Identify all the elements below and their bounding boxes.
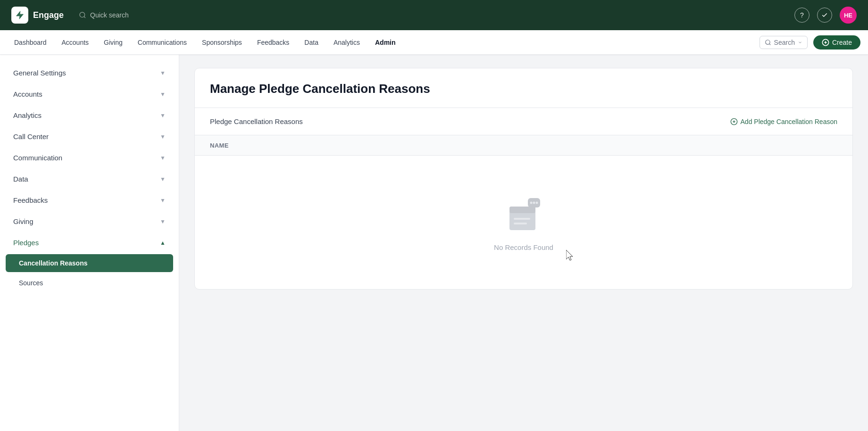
nav-item-data[interactable]: Data <box>298 36 325 49</box>
sidebar-subitem-cancellation-reasons[interactable]: Cancellation Reasons <box>6 254 173 272</box>
table-header: Name <box>195 135 852 156</box>
empty-state-illustration <box>502 193 545 236</box>
nav-item-sponsorships[interactable]: Sponsorships <box>195 36 249 49</box>
nav-item-accounts[interactable]: Accounts <box>55 36 96 49</box>
nav-item-giving[interactable]: Giving <box>97 36 129 49</box>
sidebar: General Settings ▼ Accounts ▼ Analytics … <box>0 55 179 431</box>
user-avatar[interactable]: HE <box>840 7 857 24</box>
add-cancellation-reason-button[interactable]: Add Pledge Cancellation Reason <box>730 118 837 125</box>
nav-right: Search Create <box>760 35 860 50</box>
sidebar-label-general-settings: General Settings <box>13 69 66 77</box>
search-icon <box>79 11 86 19</box>
sidebar-item-communication[interactable]: Communication ▼ <box>0 147 179 168</box>
plus-circle-icon <box>730 118 738 125</box>
nav-item-dashboard[interactable]: Dashboard <box>8 36 53 49</box>
svg-point-15 <box>536 202 538 204</box>
sidebar-item-data[interactable]: Data ▼ <box>0 168 179 190</box>
sidebar-item-call-center[interactable]: Call Center ▼ <box>0 126 179 147</box>
sidebar-label-pledges: Pledges <box>13 239 39 247</box>
section-header: Pledge Cancellation Reasons Add Pledge C… <box>195 108 852 135</box>
topbar-actions: ? HE <box>794 7 857 24</box>
chevron-down-icon: ▼ <box>160 176 166 182</box>
nav-item-communications[interactable]: Communications <box>131 36 193 49</box>
content-card-header: Manage Pledge Cancellation Reasons <box>195 68 852 108</box>
empty-doc-icon <box>502 193 545 236</box>
sidebar-sublabel-sources: Sources <box>19 279 43 287</box>
content-card: Manage Pledge Cancellation Reasons Pledg… <box>194 68 853 290</box>
chevron-down-icon: ▼ <box>160 197 166 204</box>
nav-item-admin[interactable]: Admin <box>368 36 402 49</box>
secondary-nav: Dashboard Accounts Giving Communications… <box>0 30 868 55</box>
svg-point-0 <box>80 12 85 17</box>
sidebar-item-giving[interactable]: Giving ▼ <box>0 211 179 232</box>
help-button[interactable]: ? <box>794 8 810 23</box>
sidebar-item-general-settings[interactable]: General Settings ▼ <box>0 62 179 83</box>
page-title: Manage Pledge Cancellation Reasons <box>210 82 837 96</box>
search-box[interactable]: Search <box>760 36 808 49</box>
sidebar-sublabel-cancellation-reasons: Cancellation Reasons <box>19 259 88 267</box>
chevron-down-icon: ▼ <box>160 155 166 161</box>
empty-state: No Records Found <box>195 156 852 289</box>
search-box-icon <box>765 39 771 46</box>
chevron-down-icon: ▼ <box>160 133 166 140</box>
question-icon: ? <box>800 11 804 19</box>
svg-point-13 <box>530 202 533 204</box>
quick-search[interactable]: Quick search <box>79 11 129 19</box>
chevron-down-icon: ▼ <box>160 91 166 98</box>
create-button[interactable]: Create <box>813 35 860 50</box>
chevron-down-icon: ▼ <box>160 218 166 225</box>
chevron-down-icon: ▼ <box>160 112 166 119</box>
sidebar-label-accounts: Accounts <box>13 90 42 98</box>
logo-icon <box>11 7 28 24</box>
sidebar-label-communication: Communication <box>13 154 62 162</box>
nav-item-feedbacks[interactable]: Feedbacks <box>250 36 296 49</box>
sidebar-item-feedbacks[interactable]: Feedbacks ▼ <box>0 190 179 211</box>
sidebar-label-giving: Giving <box>13 217 33 225</box>
svg-rect-11 <box>514 223 527 224</box>
sidebar-label-analytics: Analytics <box>13 111 42 119</box>
section-label: Pledge Cancellation Reasons <box>210 117 303 125</box>
nav-item-analytics[interactable]: Analytics <box>327 36 367 49</box>
search-dropdown-icon <box>798 40 802 45</box>
app-name: Engage <box>33 10 64 20</box>
nav-items: Dashboard Accounts Giving Communications… <box>8 36 760 49</box>
app-logo[interactable]: Engage <box>11 7 64 24</box>
svg-point-14 <box>533 202 535 204</box>
main-content: Manage Pledge Cancellation Reasons Pledg… <box>179 55 868 431</box>
sidebar-label-call-center: Call Center <box>13 133 49 141</box>
checkmark-icon <box>821 12 828 18</box>
plus-circle-icon <box>822 39 829 46</box>
column-name: Name <box>210 142 229 149</box>
topbar: Engage Quick search ? HE <box>0 0 868 30</box>
chevron-down-icon: ▼ <box>160 70 166 76</box>
sidebar-label-data: Data <box>13 175 28 183</box>
tasks-button[interactable] <box>817 8 832 23</box>
sidebar-label-feedbacks: Feedbacks <box>13 196 48 204</box>
chevron-up-icon: ▲ <box>160 240 166 246</box>
sidebar-item-pledges[interactable]: Pledges ▲ <box>0 232 179 253</box>
svg-point-1 <box>765 40 769 44</box>
empty-state-text: No Records Found <box>494 243 553 251</box>
page-layout: General Settings ▼ Accounts ▼ Analytics … <box>0 55 868 431</box>
svg-rect-10 <box>514 218 530 220</box>
sidebar-item-accounts[interactable]: Accounts ▼ <box>0 83 179 105</box>
sidebar-item-analytics[interactable]: Analytics ▼ <box>0 105 179 126</box>
sidebar-subitem-sources[interactable]: Sources <box>0 273 179 293</box>
